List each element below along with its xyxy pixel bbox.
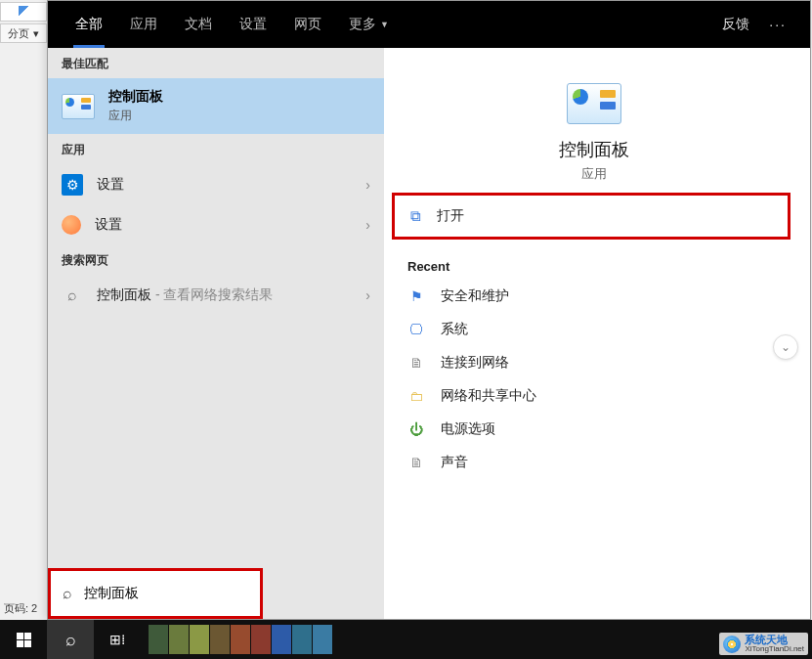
page-number-label: 页码: 2 <box>0 599 41 618</box>
open-icon: ⧉ <box>410 207 421 225</box>
tab-apps[interactable]: 应用 <box>116 1 171 48</box>
taskbar-app[interactable] <box>149 625 168 654</box>
search-icon: ⌕ <box>65 630 76 650</box>
windows-icon <box>17 633 31 647</box>
taskbar: ⌕ ⊞⁞ <box>0 620 812 659</box>
file-icon: 🗎 <box>407 354 425 372</box>
app-result-settings-1[interactable]: ⚙ 设置 › <box>48 164 384 205</box>
web-result-label: 控制面板 - 查看网络搜索结果 <box>97 286 352 304</box>
recent-item-label: 系统 <box>441 321 468 338</box>
control-panel-icon <box>62 94 95 119</box>
tab-more[interactable]: 更多 ▼ <box>335 1 403 48</box>
tab-more-label: 更多 <box>349 16 376 33</box>
task-view-icon: ⊞⁞ <box>109 632 125 647</box>
taskbar-running-apps[interactable] <box>149 620 332 659</box>
watermark-logo-icon <box>723 636 741 653</box>
open-action[interactable]: ⧉ 打开 <box>395 196 788 237</box>
app-result-label: 设置 <box>95 216 352 234</box>
tab-web[interactable]: 网页 <box>280 1 335 48</box>
taskbar-app[interactable] <box>292 625 312 654</box>
document-tab[interactable] <box>0 2 47 22</box>
recent-item-power-options[interactable]: ⏻ 电源选项 <box>392 413 796 446</box>
recent-item-label: 电源选项 <box>441 420 495 438</box>
paging-dropdown[interactable]: 分页 ▾ <box>0 23 47 43</box>
search-input[interactable] <box>84 586 255 601</box>
search-icon: ⌕ <box>63 585 72 602</box>
monitor-icon: 🖵 <box>407 321 425 338</box>
recent-item-label: 声音 <box>441 454 468 471</box>
apps-label: 应用 <box>48 134 384 164</box>
taskbar-app[interactable] <box>272 625 291 654</box>
preview-header: 控制面板 应用 <box>392 62 796 193</box>
power-icon: ⏻ <box>407 420 425 438</box>
preview-column: 控制面板 应用 ⧉ 打开 ⌄ Recent ⚑ 安全和维护 🖵 系统 🗎 <box>384 48 810 619</box>
chevron-right-icon: › <box>365 287 370 303</box>
best-match-title: 控制面板 <box>108 88 163 106</box>
gear-icon: ⚙ <box>62 174 83 196</box>
open-action-label: 打开 <box>437 207 464 225</box>
recent-item-label: 安全和维护 <box>441 287 509 305</box>
chevron-down-icon: ▼ <box>380 20 389 29</box>
search-icon: ⌕ <box>62 285 83 306</box>
watermark-url: XiTongTianDi.net <box>745 645 804 653</box>
recent-item-network-sharing[interactable]: 🗀 网络和共享中心 <box>392 379 796 413</box>
search-input-row[interactable]: ⌕ <box>51 571 260 616</box>
taskbar-app[interactable] <box>313 625 332 654</box>
tab-all[interactable]: 全部 <box>62 1 116 48</box>
file-icon: 🗎 <box>407 454 425 471</box>
app-result-label: 设置 <box>97 176 352 194</box>
recent-item-system[interactable]: 🖵 系统 <box>392 313 796 346</box>
recent-item-label: 网络和共享中心 <box>441 387 536 405</box>
best-match-label: 最佳匹配 <box>48 48 384 78</box>
taskbar-app[interactable] <box>210 625 230 654</box>
watermark: 系统天地 XiTongTianDi.net <box>719 633 808 655</box>
preview-subtitle: 应用 <box>581 165 607 183</box>
control-panel-icon <box>567 83 621 124</box>
web-result-item[interactable]: ⌕ 控制面板 - 查看网络搜索结果 › <box>48 275 384 316</box>
tab-settings[interactable]: 设置 <box>226 1 280 48</box>
app-result-settings-2[interactable]: 设置 › <box>48 205 384 244</box>
best-match-item[interactable]: 控制面板 应用 <box>48 78 384 134</box>
taskbar-app[interactable] <box>251 625 271 654</box>
folder-icon: 🗀 <box>407 387 425 405</box>
taskbar-search-button[interactable]: ⌕ <box>47 620 94 659</box>
search-input-highlight: ⌕ <box>48 568 263 619</box>
expand-toggle[interactable]: ⌄ <box>773 334 798 360</box>
task-view-button[interactable]: ⊞⁞ <box>94 620 141 659</box>
gear-icon <box>62 215 81 235</box>
web-result-title: 控制面板 <box>97 286 151 302</box>
header-tabs: 全部 应用 文档 设置 网页 更多 ▼ 反馈 ··· <box>48 1 810 48</box>
feedback-button[interactable]: 反馈 <box>710 1 761 48</box>
taskbar-app[interactable] <box>231 625 250 654</box>
recent-item-sound[interactable]: 🗎 声音 <box>392 446 796 479</box>
chevron-right-icon: › <box>365 177 370 193</box>
tab-documents[interactable]: 文档 <box>171 1 226 48</box>
open-action-highlight: ⧉ 打开 <box>392 193 791 240</box>
options-button[interactable]: ··· <box>761 1 794 48</box>
results-column: 最佳匹配 控制面板 应用 应用 ⚙ 设置 › 设置 › 搜索网页 <box>48 48 384 619</box>
recent-item-label: 连接到网络 <box>441 354 509 372</box>
taskbar-app[interactable] <box>169 625 189 654</box>
preview-title: 控制面板 <box>559 138 629 161</box>
flag-icon: ⚑ <box>407 287 425 305</box>
recent-label: Recent <box>392 240 796 280</box>
best-match-subtitle: 应用 <box>108 108 163 124</box>
search-web-label: 搜索网页 <box>48 244 384 275</box>
recent-item-connect-network[interactable]: 🗎 连接到网络 <box>392 346 796 379</box>
taskbar-app[interactable] <box>190 625 209 654</box>
recent-item-security[interactable]: ⚑ 安全和维护 <box>392 280 796 313</box>
chevron-right-icon: › <box>365 217 370 233</box>
web-result-hint: - 查看网络搜索结果 <box>151 286 273 302</box>
search-panel: 全部 应用 文档 设置 网页 更多 ▼ 反馈 ··· 最佳匹配 控制面板 应用 … <box>47 0 811 620</box>
start-button[interactable] <box>0 620 47 659</box>
search-body: 最佳匹配 控制面板 应用 应用 ⚙ 设置 › 设置 › 搜索网页 <box>48 48 810 619</box>
